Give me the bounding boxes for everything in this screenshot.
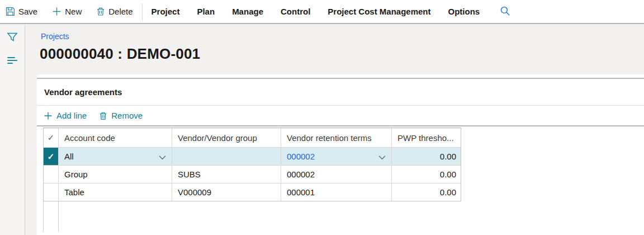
menu-manage[interactable]: Manage — [232, 7, 263, 16]
remove-label: Remove — [111, 111, 143, 120]
breadcrumb-projects[interactable]: Projects — [41, 32, 69, 41]
search-button[interactable] — [500, 6, 510, 18]
filter-funnel-icon — [7, 32, 18, 45]
empty-selector-column-gutter — [43, 201, 59, 232]
save-button[interactable]: Save — [6, 7, 37, 16]
grid-header-row: ✓ Account code Vendor/Vendor group Vendo… — [44, 128, 461, 147]
vendor-cell[interactable] — [172, 148, 281, 165]
table-row[interactable]: Table V000009 000001 0.00 — [44, 183, 461, 201]
grid-action-bar: Add line Remove — [37, 106, 644, 126]
retention-terms-cell[interactable]: 000001 — [281, 184, 392, 201]
plus-icon — [52, 7, 61, 16]
vendor-cell[interactable]: V000009 — [172, 184, 281, 201]
menu-options[interactable]: Options — [448, 7, 480, 16]
pwp-threshold-cell[interactable]: 0.00 — [392, 184, 461, 201]
menu-plan[interactable]: Plan — [197, 7, 215, 16]
command-bar: Save New Delete Project Plan Manage Cont… — [0, 0, 644, 24]
panel-top-strip — [37, 74, 644, 79]
save-icon — [6, 7, 15, 16]
retention-terms-cell[interactable]: 000002 — [281, 148, 392, 165]
add-line-button[interactable]: Add line — [44, 111, 87, 120]
expand-lines-icon — [7, 60, 17, 61]
add-line-label: Add line — [56, 111, 87, 120]
chevron-down-icon[interactable] — [159, 152, 166, 161]
chevron-down-icon[interactable] — [378, 152, 386, 161]
checkmark-icon: ✓ — [48, 133, 55, 143]
account-code-cell[interactable]: All — [59, 148, 172, 165]
vendor-agreements-grid: ✓ Account code Vendor/Vendor group Vendo… — [43, 128, 461, 201]
menu-control[interactable]: Control — [281, 7, 310, 16]
retention-terms-link[interactable]: 000002 — [287, 152, 315, 161]
delete-label: Delete — [108, 7, 132, 16]
pwp-threshold-cell[interactable]: 0.00 — [392, 166, 461, 183]
toolbar-separator — [142, 3, 143, 20]
column-header-vendor-retention-terms[interactable]: Vendor retention terms — [281, 128, 392, 147]
new-label: New — [65, 7, 82, 16]
table-row[interactable]: Group SUBS 000002 0.00 — [44, 165, 461, 183]
table-row[interactable]: ✓ All 000002 0.00 — [44, 147, 461, 165]
row-selector-cell[interactable] — [44, 166, 59, 183]
trash-icon — [96, 7, 105, 16]
page-title: 000000040 : DEMO-001 — [40, 45, 200, 63]
delete-button[interactable]: Delete — [96, 7, 132, 16]
plus-icon — [44, 111, 53, 120]
left-sidebar — [0, 25, 25, 235]
new-button[interactable]: New — [52, 7, 82, 16]
section-title: Vendor agreements — [37, 79, 644, 106]
expand-lines-icon — [7, 57, 15, 58]
pwp-threshold-cell[interactable]: 0.00 — [392, 148, 461, 165]
main-region: Projects 000000040 : DEMO-001 Vendor agr… — [0, 25, 644, 235]
menu-project-cost-management[interactable]: Project Cost Management — [328, 7, 430, 16]
remove-button[interactable]: Remove — [99, 111, 143, 120]
vendor-agreements-panel: Vendor agreements Add line Remove ✓ Acco… — [37, 74, 644, 235]
account-code-cell[interactable]: Group — [59, 166, 172, 183]
trash-icon — [99, 111, 107, 120]
column-header-vendor-group[interactable]: Vendor/Vendor group — [172, 128, 281, 147]
menu-project[interactable]: Project — [151, 7, 180, 16]
search-icon — [500, 6, 510, 18]
select-all-column-header[interactable]: ✓ — [44, 128, 59, 147]
row-selector-cell[interactable]: ✓ — [44, 148, 59, 165]
checkmark-icon: ✓ — [48, 152, 55, 162]
expand-lines-icon — [7, 63, 13, 64]
expand-pane-button[interactable] — [7, 57, 17, 65]
column-header-account-code[interactable]: Account code — [59, 128, 172, 147]
column-header-pwp-threshold[interactable]: PWP thresho... — [392, 128, 461, 147]
row-selector-cell[interactable] — [44, 184, 59, 201]
account-code-value: All — [64, 152, 74, 161]
retention-terms-cell[interactable]: 000002 — [281, 166, 392, 183]
account-code-cell[interactable]: Table — [59, 184, 172, 201]
save-label: Save — [18, 7, 37, 16]
filter-pane-button[interactable] — [7, 32, 18, 45]
vendor-cell[interactable]: SUBS — [172, 166, 281, 183]
